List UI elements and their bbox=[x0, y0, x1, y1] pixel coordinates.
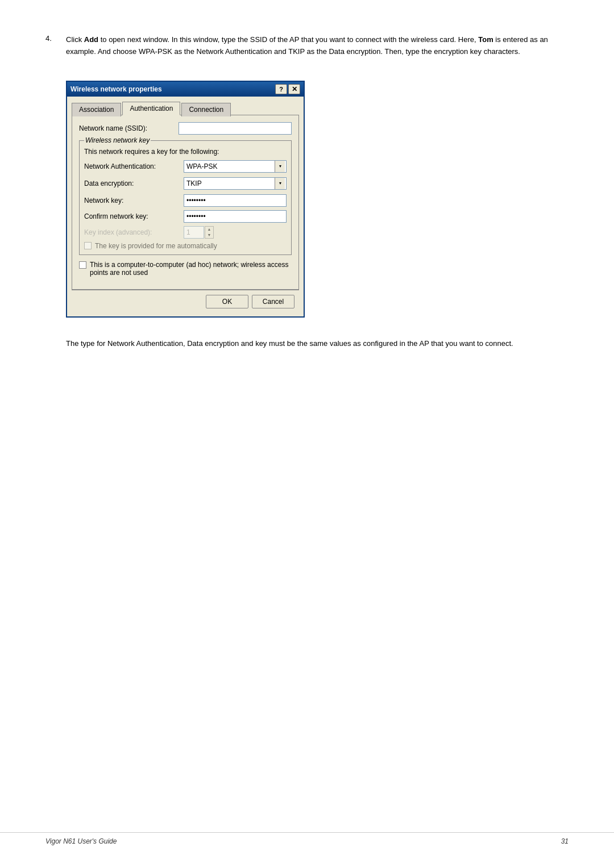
tab-authentication[interactable]: Authentication bbox=[122, 102, 180, 115]
dialog-titlebar: Wireless network properties ? ✕ bbox=[67, 82, 304, 97]
tab-connection[interactable]: Connection bbox=[181, 103, 231, 116]
adhoc-text: This is a computer-to-computer (ad hoc) … bbox=[90, 261, 292, 277]
data-enc-row: Data encryption: TKIP ▾ bbox=[84, 177, 287, 190]
footer-text: The type for Network Authentication, Dat… bbox=[66, 338, 569, 350]
net-auth-label: Network Authentication: bbox=[84, 162, 184, 170]
adhoc-row: This is a computer-to-computer (ad hoc) … bbox=[79, 261, 292, 277]
data-enc-arrow: ▾ bbox=[275, 178, 285, 189]
close-button[interactable]: ✕ bbox=[288, 84, 300, 94]
data-enc-select[interactable]: TKIP ▾ bbox=[184, 177, 287, 190]
page-content: 4. Click Add to open next window. In thi… bbox=[0, 0, 614, 383]
ssid-input[interactable] bbox=[179, 122, 292, 135]
net-auth-value: WPA-PSK bbox=[185, 162, 217, 170]
key-index-spinner: ▲ ▼ bbox=[205, 226, 214, 239]
confirm-key-input[interactable] bbox=[184, 210, 287, 223]
ssid-row: Network name (SSID): bbox=[79, 122, 292, 135]
auto-key-checkbox-container: The key is provided for me automatically bbox=[84, 242, 217, 250]
ok-button[interactable]: OK bbox=[206, 295, 248, 308]
auto-key-row: The key is provided for me automatically bbox=[84, 242, 287, 250]
auto-key-label: The key is provided for me automatically bbox=[95, 242, 217, 250]
tabs-row: Association Authentication Connection bbox=[72, 102, 299, 115]
net-key-row: Network key: bbox=[84, 194, 287, 207]
net-auth-arrow: ▾ bbox=[275, 161, 285, 172]
wireless-properties-dialog: Wireless network properties ? ✕ Associat… bbox=[66, 81, 305, 318]
spinner-down: ▼ bbox=[205, 232, 213, 238]
step-4: 4. Click Add to open next window. In thi… bbox=[45, 34, 569, 58]
confirm-key-label: Confirm network key: bbox=[84, 212, 184, 220]
dialog-title: Wireless network properties bbox=[70, 85, 162, 93]
data-enc-label: Data encryption: bbox=[84, 180, 184, 187]
dialog-body: Association Authentication Connection Ne… bbox=[67, 97, 304, 316]
footer-left: Vigor N61 User's Guide bbox=[45, 837, 117, 845]
step-body: Click Add to open next window. In this w… bbox=[66, 34, 569, 58]
footer-right: 31 bbox=[561, 837, 569, 845]
dialog-wrapper: Wireless network properties ? ✕ Associat… bbox=[66, 81, 305, 318]
wireless-network-key-group: Wireless network key This network requir… bbox=[79, 140, 292, 255]
key-index-input bbox=[184, 226, 204, 239]
confirm-key-row: Confirm network key: bbox=[84, 210, 287, 223]
net-auth-select[interactable]: WPA-PSK ▾ bbox=[184, 160, 287, 173]
key-index-row: Key index (advanced): ▲ ▼ bbox=[84, 226, 287, 239]
key-index-label: Key index (advanced): bbox=[84, 228, 184, 236]
fieldset-legend: Wireless network key bbox=[84, 136, 151, 144]
tab-association[interactable]: Association bbox=[72, 103, 121, 116]
page-footer: Vigor N61 User's Guide 31 bbox=[0, 832, 614, 845]
titlebar-buttons: ? ✕ bbox=[275, 84, 300, 94]
net-auth-row: Network Authentication: WPA-PSK ▾ bbox=[84, 160, 287, 173]
step-number: 4. bbox=[45, 34, 59, 58]
net-key-input[interactable] bbox=[184, 194, 287, 207]
data-enc-value: TKIP bbox=[185, 180, 202, 187]
spinner-up: ▲ bbox=[205, 227, 213, 232]
help-button[interactable]: ? bbox=[275, 84, 287, 94]
auto-key-checkbox bbox=[84, 242, 92, 249]
tab-content: Network name (SSID): Wireless network ke… bbox=[72, 115, 299, 290]
adhoc-checkbox[interactable] bbox=[79, 261, 86, 269]
ssid-label: Network name (SSID): bbox=[79, 124, 179, 132]
fieldset-content: This network requires a key for the foll… bbox=[84, 148, 287, 250]
cancel-button[interactable]: Cancel bbox=[252, 295, 294, 308]
dialog-footer: OK Cancel bbox=[72, 290, 299, 312]
net-key-label: Network key: bbox=[84, 197, 184, 205]
requires-text: This network requires a key for the foll… bbox=[84, 148, 287, 156]
